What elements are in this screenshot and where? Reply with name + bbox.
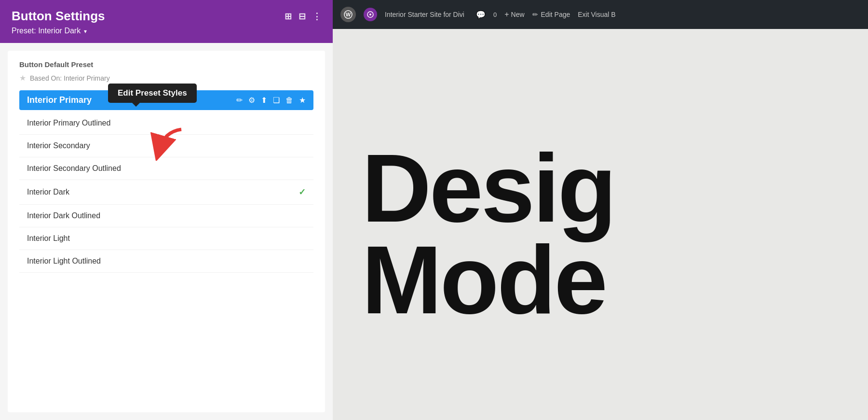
preset-item-label: Interior Secondary <box>27 141 90 150</box>
panel-title-row: Button Settings ⊞ ⊟ ⋮ <box>12 9 321 24</box>
preset-action-icons: ✏ ⚙ ⬆ ❏ 🗑 ★ <box>236 96 306 105</box>
exit-visual-builder-button[interactable]: Exit Visual B <box>578 11 615 18</box>
active-check-icon: ✓ <box>298 187 306 197</box>
comment-icon: 💬 <box>476 10 486 19</box>
star-preset-icon[interactable]: ★ <box>299 96 306 105</box>
preset-dropdown-arrow: ▾ <box>84 28 87 35</box>
svg-point-4 <box>369 14 371 15</box>
wp-admin-bar: W Interior Starter Site for Divi 💬 0 + N… <box>333 0 868 29</box>
preset-item-label: Interior Light <box>27 234 70 243</box>
preset-item-label: Interior Primary Outlined <box>27 119 110 127</box>
list-item[interactable]: Interior Light Outlined <box>19 250 313 273</box>
pencil-icon: ✏ <box>532 11 538 18</box>
based-on-row: ★ Based On: Interior Primary <box>19 73 313 83</box>
based-on-text: Based On: Interior Primary <box>30 74 110 82</box>
interior-primary-label: Interior Primary <box>27 95 92 105</box>
preset-item-label: Interior Dark Outlined <box>27 211 100 220</box>
button-default-label: Button Default Preset <box>19 60 313 69</box>
panel-card: Button Default Preset ★ Based On: Interi… <box>8 51 325 412</box>
list-item-interior-dark[interactable]: Interior Dark ✓ <box>19 180 313 205</box>
duplicate-preset-icon[interactable]: ❏ <box>273 96 280 105</box>
preset-label: Preset: <box>12 27 36 35</box>
tooltip-container: Edit Preset Styles <box>108 84 197 103</box>
edit-page-button[interactable]: ✏ Edit Page <box>532 11 570 18</box>
red-arrow-indicator <box>150 122 189 163</box>
settings-preset-icon[interactable]: ⚙ <box>248 96 255 105</box>
columns-icon[interactable]: ⊟ <box>298 11 306 22</box>
panel-preset[interactable]: Preset: Interior Dark ▾ <box>12 27 321 35</box>
svg-text:W: W <box>346 12 351 17</box>
tooltip-text: Edit Preset Styles <box>118 88 187 98</box>
divi-palette-icon[interactable] <box>364 8 377 21</box>
comment-count: 0 <box>493 11 497 18</box>
left-panel: Button Settings ⊞ ⊟ ⋮ Preset: Interior D… <box>0 0 333 420</box>
panel-header-icons: ⊞ ⊟ ⋮ <box>285 11 321 22</box>
list-item[interactable]: Interior Dark Outlined <box>19 205 313 227</box>
edit-page-label: Edit Page <box>541 11 570 18</box>
site-name: Interior Starter Site for Divi <box>385 11 464 18</box>
new-label: New <box>511 11 525 18</box>
delete-preset-icon[interactable]: 🗑 <box>285 96 293 105</box>
preset-item-label: Interior Secondary Outlined <box>27 164 121 173</box>
based-on-star-icon: ★ <box>19 73 26 83</box>
new-button[interactable]: + New <box>504 10 524 19</box>
hero-text-line1: Desig <box>362 142 615 234</box>
preset-item-label: Interior Light Outlined <box>27 257 101 266</box>
focus-icon[interactable]: ⊞ <box>285 11 292 22</box>
page-content-area: Desig Mode <box>333 29 868 420</box>
more-options-icon[interactable]: ⋮ <box>312 11 321 22</box>
page-hero-text: Desig Mode <box>362 142 615 326</box>
tooltip-box: Edit Preset Styles <box>108 84 197 103</box>
right-panel: W Interior Starter Site for Divi 💬 0 + N… <box>333 0 868 420</box>
hero-text-line2: Mode <box>362 234 615 326</box>
plus-icon: + <box>504 10 509 19</box>
panel-title: Button Settings <box>12 9 105 24</box>
exit-label: Exit Visual B <box>578 11 615 18</box>
preset-value: Interior Dark <box>38 27 81 35</box>
wp-logo[interactable]: W <box>340 7 356 22</box>
export-preset-icon[interactable]: ⬆ <box>261 96 267 105</box>
preset-item-label: Interior Dark <box>27 188 69 196</box>
panel-header: Button Settings ⊞ ⊟ ⋮ Preset: Interior D… <box>0 0 333 43</box>
list-item[interactable]: Interior Light <box>19 227 313 250</box>
edit-preset-icon[interactable]: ✏ <box>236 96 243 105</box>
